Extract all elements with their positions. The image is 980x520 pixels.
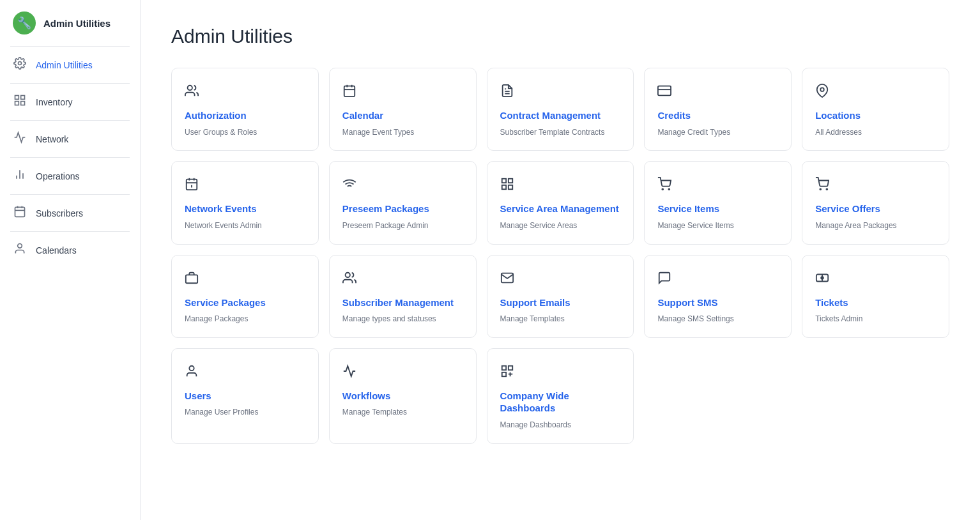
svg-point-33 bbox=[662, 189, 664, 190]
card-workflows[interactable]: WorkflowsManage Templates bbox=[329, 348, 477, 444]
sidebar-item-label-admin-utilities: Admin Utilities bbox=[36, 60, 93, 70]
card-service-offers[interactable]: Service OffersManage Area Packages bbox=[802, 161, 949, 244]
card-subtitle-authorization: User Groups & Roles bbox=[185, 127, 305, 138]
card-title-contract-management: Contract Management bbox=[500, 109, 621, 122]
sidebar-logo: 🔧 Admin Utilities bbox=[0, 0, 140, 46]
card-title-locations: Locations bbox=[815, 109, 936, 122]
card-title-workflows: Workflows bbox=[342, 390, 463, 402]
svg-rect-45 bbox=[501, 366, 505, 370]
sidebar-item-calendars[interactable]: Calendars bbox=[0, 232, 140, 268]
sidebar-item-network[interactable]: Network bbox=[0, 121, 140, 157]
sidebar-item-label-subscribers: Subscribers bbox=[36, 208, 83, 218]
card-credits[interactable]: CreditsManage Credit Types bbox=[644, 68, 792, 151]
card-subtitle-credits: Manage Credit Types bbox=[657, 127, 778, 138]
preseem-packages-icon bbox=[342, 177, 463, 195]
card-subtitle-users: Manage User Profiles bbox=[185, 407, 305, 418]
card-service-items[interactable]: Service ItemsManage Service Items bbox=[644, 161, 792, 244]
support-emails-icon bbox=[500, 271, 621, 289]
svg-rect-23 bbox=[187, 180, 197, 190]
sidebar-item-subscribers[interactable]: Subscribers bbox=[0, 195, 140, 231]
card-subtitle-support-sms: Manage SMS Settings bbox=[657, 314, 778, 325]
svg-point-44 bbox=[189, 366, 194, 371]
card-title-support-emails: Support Emails bbox=[500, 296, 621, 309]
svg-point-36 bbox=[827, 189, 828, 190]
card-tickets[interactable]: TicketsTickets Admin bbox=[802, 255, 949, 338]
card-preseem-packages[interactable]: Preseem PackagesPreseem Package Admin bbox=[329, 161, 477, 244]
sidebar-item-admin-utilities[interactable]: Admin Utilities bbox=[0, 47, 140, 83]
card-title-service-items: Service Items bbox=[657, 203, 778, 215]
sidebar-item-label-operations: Operations bbox=[36, 171, 79, 181]
svg-rect-29 bbox=[501, 179, 505, 183]
svg-point-22 bbox=[820, 88, 824, 91]
contract-management-icon bbox=[500, 84, 621, 102]
svg-point-13 bbox=[188, 86, 192, 90]
card-title-users: Users bbox=[185, 390, 305, 402]
card-title-service-packages: Service Packages bbox=[185, 296, 305, 309]
card-subtitle-company-wide-dashboards: Manage Dashboards bbox=[500, 420, 621, 431]
card-subtitle-calendar: Manage Event Types bbox=[342, 127, 463, 138]
svg-point-34 bbox=[669, 189, 670, 190]
sidebar: 🔧 Admin Utilities Admin UtilitiesInvento… bbox=[0, 0, 141, 520]
sidebar-item-label-inventory: Inventory bbox=[36, 97, 73, 107]
calendars-icon bbox=[13, 242, 27, 258]
workflows-icon bbox=[342, 364, 463, 382]
svg-point-12 bbox=[18, 244, 22, 249]
card-subtitle-tickets: Tickets Admin bbox=[815, 314, 936, 325]
svg-rect-30 bbox=[508, 179, 512, 183]
credits-icon bbox=[657, 84, 778, 102]
sidebar-item-label-calendars: Calendars bbox=[36, 245, 77, 256]
sidebar-item-label-network: Network bbox=[36, 134, 68, 144]
card-contract-management[interactable]: Contract ManagementSubscriber Template C… bbox=[487, 68, 634, 151]
card-subtitle-support-emails: Manage Templates bbox=[500, 314, 621, 325]
service-area-management-icon bbox=[500, 177, 621, 195]
card-company-wide-dashboards[interactable]: Company Wide DashboardsManage Dashboards bbox=[487, 348, 634, 444]
admin-utilities-icon bbox=[13, 57, 27, 73]
card-title-credits: Credits bbox=[657, 109, 778, 122]
card-service-packages[interactable]: Service PackagesManage Packages bbox=[171, 255, 319, 338]
svg-point-35 bbox=[820, 189, 822, 190]
card-locations[interactable]: LocationsAll Addresses bbox=[802, 68, 949, 151]
calendar-icon bbox=[342, 84, 463, 102]
card-subtitle-workflows: Manage Templates bbox=[342, 407, 463, 418]
operations-icon bbox=[13, 168, 27, 184]
card-calendar[interactable]: CalendarManage Event Types bbox=[329, 68, 477, 151]
card-subtitle-service-items: Manage Service Items bbox=[657, 220, 778, 231]
svg-rect-14 bbox=[344, 86, 355, 97]
card-network-events[interactable]: Network EventsNetwork Events Admin bbox=[171, 161, 319, 244]
svg-point-0 bbox=[19, 62, 22, 65]
support-sms-icon bbox=[657, 271, 778, 289]
tickets-icon bbox=[815, 271, 936, 289]
card-support-emails[interactable]: Support EmailsManage Templates bbox=[487, 255, 634, 338]
card-support-sms[interactable]: Support SMSManage SMS Settings bbox=[644, 255, 792, 338]
svg-rect-32 bbox=[508, 185, 512, 189]
subscribers-icon bbox=[13, 205, 27, 221]
main-content: Admin Utilities AuthorizationUser Groups… bbox=[141, 0, 980, 520]
card-title-tickets: Tickets bbox=[815, 296, 936, 309]
card-title-company-wide-dashboards: Company Wide Dashboards bbox=[500, 390, 621, 415]
sidebar-item-operations[interactable]: Operations bbox=[0, 158, 140, 194]
svg-point-38 bbox=[345, 272, 349, 277]
subscriber-management-icon bbox=[342, 271, 463, 289]
locations-icon bbox=[815, 84, 936, 102]
card-subscriber-management[interactable]: Subscriber ManagementManage types and st… bbox=[329, 255, 477, 338]
authorization-icon bbox=[185, 84, 305, 102]
card-service-area-management[interactable]: Service Area ManagementManage Service Ar… bbox=[487, 161, 634, 244]
card-title-calendar: Calendar bbox=[342, 109, 463, 122]
service-items-icon bbox=[657, 177, 778, 195]
logo-icon: 🔧 bbox=[13, 11, 36, 34]
card-title-preseem-packages: Preseem Packages bbox=[342, 203, 463, 215]
sidebar-item-inventory[interactable]: Inventory bbox=[0, 84, 140, 120]
card-subtitle-service-area-management: Manage Service Areas bbox=[500, 220, 621, 231]
cards-grid: AuthorizationUser Groups & RolesCalendar… bbox=[171, 68, 949, 444]
card-subtitle-service-packages: Manage Packages bbox=[185, 314, 305, 325]
svg-rect-2 bbox=[21, 96, 25, 100]
card-title-subscriber-management: Subscriber Management bbox=[342, 296, 463, 309]
svg-rect-31 bbox=[501, 185, 505, 189]
card-subtitle-locations: All Addresses bbox=[815, 127, 936, 138]
card-title-service-area-management: Service Area Management bbox=[500, 203, 621, 215]
card-users[interactable]: UsersManage User Profiles bbox=[171, 348, 319, 444]
card-authorization[interactable]: AuthorizationUser Groups & Roles bbox=[171, 68, 319, 151]
svg-rect-3 bbox=[15, 102, 19, 105]
network-icon bbox=[13, 131, 27, 147]
svg-rect-1 bbox=[15, 96, 19, 100]
